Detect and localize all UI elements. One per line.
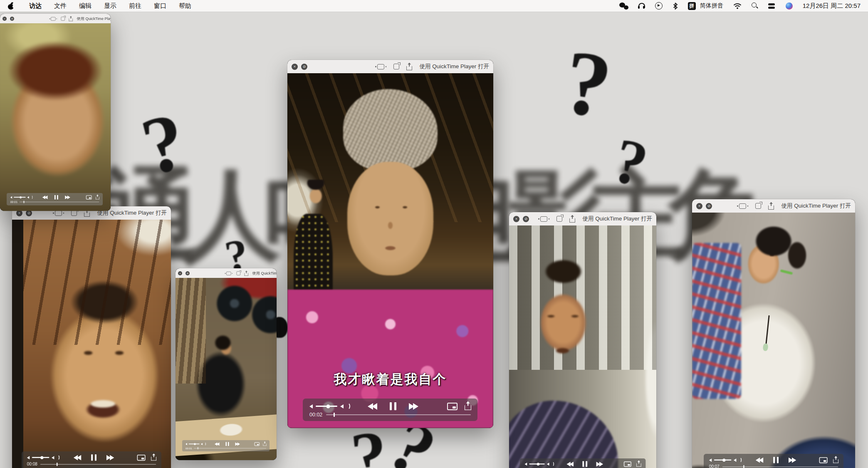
- menu-window[interactable]: 窗口: [154, 2, 166, 10]
- volume-knob[interactable]: [40, 456, 43, 459]
- window-titlebar[interactable]: × ⊘ 使用 QuickTime Player 打开: [287, 60, 493, 73]
- volume-track[interactable]: [529, 463, 544, 464]
- menu-bar-clock[interactable]: 12月26日 周二 20:57: [803, 2, 861, 10]
- pause-button[interactable]: [582, 461, 587, 467]
- close-button[interactable]: ×: [292, 64, 298, 70]
- share-icon[interactable]: [151, 457, 156, 461]
- headphones-icon[interactable]: [638, 3, 645, 9]
- video-preview[interactable]: 00:07: [692, 213, 855, 468]
- window-titlebar[interactable]: × ⊘ 使用 QuickTime Player 打开: [509, 212, 656, 225]
- progress-bar[interactable]: [194, 448, 266, 448]
- menu-go[interactable]: 前往: [129, 2, 141, 10]
- share-icon[interactable]: [69, 18, 73, 21]
- actual-size-icon[interactable]: [739, 203, 746, 209]
- rewind-button[interactable]: [42, 196, 48, 199]
- video-preview[interactable]: 我才瞅着是我自个: [287, 73, 493, 428]
- playhead[interactable]: [743, 465, 744, 468]
- bluetooth-icon[interactable]: [673, 2, 678, 10]
- zoom-button[interactable]: ⊘: [706, 203, 712, 209]
- pause-button[interactable]: [773, 457, 779, 463]
- siri-icon[interactable]: [786, 2, 793, 10]
- share-icon[interactable]: [263, 443, 266, 446]
- video-preview[interactable]: 00:00: [509, 225, 656, 468]
- window-titlebar[interactable]: × ⊘ 使用 QuickTime Player 打开: [0, 14, 111, 23]
- search-icon[interactable]: [752, 2, 758, 9]
- input-method-label[interactable]: 简体拼音: [700, 2, 723, 10]
- menu-view[interactable]: 显示: [104, 2, 116, 10]
- progress-bar[interactable]: [40, 464, 156, 465]
- volume-slider[interactable]: [309, 403, 359, 410]
- share-icon[interactable]: [569, 218, 575, 223]
- volume-slider[interactable]: [10, 196, 37, 199]
- play-circle-icon[interactable]: [655, 2, 663, 10]
- share-icon[interactable]: [636, 463, 641, 467]
- actual-size-icon[interactable]: [540, 216, 547, 222]
- share-icon[interactable]: [245, 272, 249, 275]
- open-with-quicktime-button[interactable]: 使用 QuickTime Player 打开: [77, 16, 111, 21]
- picture-in-picture-icon[interactable]: [255, 442, 260, 446]
- zoom-button[interactable]: ⊘: [301, 64, 307, 70]
- playhead[interactable]: [24, 201, 25, 203]
- open-with-quicktime-button[interactable]: 使用 QuickTime Player 打开: [419, 63, 489, 70]
- volume-knob[interactable]: [20, 196, 22, 198]
- volume-track[interactable]: [714, 460, 732, 461]
- open-window-icon[interactable]: [71, 210, 77, 216]
- mute-icon[interactable]: [525, 463, 527, 466]
- picture-in-picture-icon[interactable]: [624, 461, 631, 467]
- zoom-button[interactable]: ⊘: [523, 216, 529, 222]
- share-icon[interactable]: [96, 197, 99, 199]
- actual-size-icon[interactable]: [226, 271, 231, 275]
- open-window-icon[interactable]: [393, 64, 399, 69]
- menu-edit[interactable]: 编辑: [79, 2, 91, 10]
- wifi-icon[interactable]: [733, 3, 742, 9]
- video-preview[interactable]: 00:01: [0, 23, 111, 211]
- share-icon[interactable]: [84, 213, 90, 217]
- forward-button[interactable]: [409, 403, 418, 410]
- control-center-icon[interactable]: [768, 3, 776, 9]
- picture-in-picture-icon[interactable]: [86, 195, 92, 199]
- mute-icon[interactable]: [185, 443, 187, 445]
- open-window-icon[interactable]: [755, 203, 761, 209]
- picture-in-picture-icon[interactable]: [137, 455, 146, 461]
- video-preview[interactable]: 00:08: [12, 220, 171, 468]
- open-window-icon[interactable]: [556, 216, 562, 222]
- actual-size-icon[interactable]: [377, 64, 384, 69]
- forward-button[interactable]: [596, 462, 603, 467]
- rewind-button[interactable]: [368, 403, 377, 410]
- share-icon[interactable]: [465, 405, 471, 410]
- volume-knob[interactable]: [722, 458, 725, 461]
- progress-bar[interactable]: [20, 202, 99, 202]
- window-titlebar[interactable]: × ⊘ 使用 QuickTime Player 打开: [692, 199, 855, 213]
- menu-help[interactable]: 帮助: [179, 2, 191, 10]
- pause-button[interactable]: [226, 442, 229, 446]
- window-titlebar[interactable]: × ⊘ 使用 QuickTime Player 打开: [176, 268, 277, 278]
- menu-file[interactable]: 文件: [54, 2, 67, 10]
- pause-button[interactable]: [91, 454, 96, 461]
- progress-bar[interactable]: [722, 466, 838, 467]
- forward-button[interactable]: [65, 196, 70, 199]
- forward-button[interactable]: [235, 442, 240, 446]
- forward-button[interactable]: [106, 455, 114, 460]
- volume-track[interactable]: [14, 197, 26, 197]
- forward-button[interactable]: [789, 457, 796, 463]
- rewind-button[interactable]: [566, 462, 574, 467]
- open-with-quicktime-button[interactable]: 使用 QuickTime Player 打开: [252, 270, 277, 275]
- menu-finder[interactable]: 访达: [29, 2, 42, 10]
- zoom-button[interactable]: ⊘: [10, 17, 14, 21]
- open-window-icon[interactable]: [237, 271, 241, 275]
- open-with-quicktime-button[interactable]: 使用 QuickTime Player 打开: [781, 202, 851, 210]
- picture-in-picture-icon[interactable]: [819, 457, 828, 463]
- close-button[interactable]: ×: [513, 216, 519, 222]
- volume-knob[interactable]: [326, 404, 330, 408]
- volume-track[interactable]: [32, 457, 49, 458]
- volume-knob[interactable]: [537, 463, 539, 465]
- mute-icon[interactable]: [309, 404, 313, 409]
- close-button[interactable]: ×: [2, 17, 7, 21]
- close-button[interactable]: ×: [178, 271, 182, 275]
- share-icon[interactable]: [406, 66, 412, 70]
- volume-knob[interactable]: [194, 443, 196, 445]
- zoom-button[interactable]: ⊘: [185, 271, 190, 275]
- share-icon[interactable]: [833, 459, 838, 463]
- volume-track[interactable]: [189, 444, 200, 444]
- volume-slider[interactable]: [525, 461, 560, 466]
